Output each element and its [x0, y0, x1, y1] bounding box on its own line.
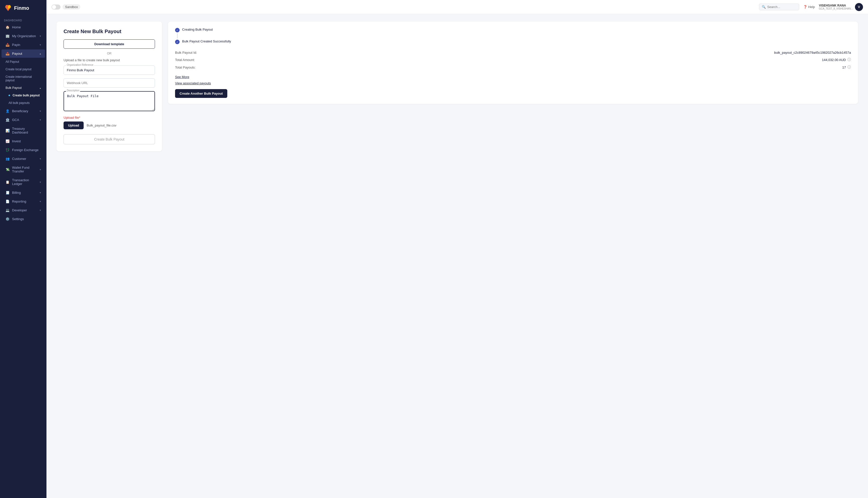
steps: ✓ Creating Bulk Payout ✓ Bulk Payout Cre… — [175, 28, 851, 44]
user-name: VISEHSANK RANA — [819, 4, 853, 7]
step-2: ✓ Bulk Payout Created Successfully — [175, 39, 851, 44]
sidebar-item-home[interactable]: 🏠 Home — [1, 23, 45, 31]
help-icon: ❓ — [803, 5, 807, 9]
upload-file-label: Upload file* — [64, 116, 155, 119]
total-amount-info-icon[interactable]: ⓘ — [847, 57, 851, 62]
chevron-icon: ▾ — [40, 209, 41, 212]
upload-button[interactable]: Upload — [64, 121, 83, 129]
organization-icon: 🏢 — [5, 34, 10, 38]
total-amount-val: 144,032.00 AUD ⓘ — [822, 57, 851, 62]
user-sub: GCA_TEST_8_VISHESHAN... — [819, 7, 853, 10]
sidebar-item-payout[interactable]: 📤 Payout ▴ — [1, 50, 45, 58]
sidebar-item-create-local-payout[interactable]: Create local payout — [1, 66, 45, 73]
sandbox-label: Sandbox — [63, 4, 80, 10]
wallet-icon: 💸 — [5, 168, 10, 171]
search-bar[interactable]: 🔍 — [759, 3, 799, 10]
search-icon: 🔍 — [762, 5, 766, 9]
upload-row: Upload Bulk_payout_file.csv — [64, 121, 155, 129]
sidebar-item-developer[interactable]: 💻 Developer ▾ — [1, 206, 45, 214]
payout-icon: 📤 — [5, 52, 10, 55]
settings-icon: ⚙️ — [5, 217, 10, 221]
chevron-icon: ▾ — [40, 200, 41, 203]
sidebar-item-customer[interactable]: 👥 Customer ▾ — [1, 155, 45, 163]
beneficiary-icon: 👤 — [5, 109, 10, 113]
chevron-icon: ▴ — [40, 52, 41, 55]
org-reference-label: Organization Reference — [66, 64, 94, 66]
bulk-payout-id-row: Bulk Payout Id: bulk_payout_c2c89024679a… — [175, 49, 851, 56]
total-payouts-row: Total Payouts: 17 ⓘ — [175, 64, 851, 71]
step-2-icon: ✓ — [175, 40, 180, 44]
help-button[interactable]: ❓ Help — [803, 5, 815, 9]
gca-icon: 🏦 — [5, 118, 10, 122]
sidebar-item-create-bulk-payout[interactable]: Create bulk payout — [1, 92, 45, 99]
chevron-icon: ▾ — [40, 157, 41, 160]
active-dot — [9, 95, 10, 96]
toggle-switch[interactable] — [51, 4, 61, 10]
bulk-payout-details: Bulk Payout Id: bulk_payout_c2c89024679a… — [175, 49, 851, 71]
chevron-icon: ▾ — [40, 43, 41, 46]
or-divider: OR — [64, 52, 155, 55]
sidebar-item-my-organization[interactable]: 🏢 My Organization ▾ — [1, 32, 45, 40]
chevron-icon: ▴ — [40, 87, 41, 89]
sidebar-item-all-bulk-payouts[interactable]: All bulk payouts — [1, 100, 45, 106]
sidebar-item-settings[interactable]: ⚙️ Settings — [1, 215, 45, 223]
payin-icon: 📥 — [5, 43, 10, 47]
create-another-bulk-payout-button[interactable]: Create Another Bulk Payout — [175, 89, 227, 98]
sandbox-toggle[interactable]: Sandbox — [51, 4, 80, 10]
sidebar-item-beneficiary[interactable]: 👤 Beneficiary ▾ — [1, 107, 45, 115]
logo-text: Finmo — [14, 5, 29, 11]
ledger-icon: 📋 — [5, 180, 10, 184]
developer-icon: 💻 — [5, 208, 10, 212]
description-label: Description — [66, 89, 80, 92]
treasury-icon: 📊 — [5, 129, 10, 132]
sidebar-item-reporting[interactable]: 📄 Reporting ▾ — [1, 197, 45, 206]
total-amount-key: Total Amount: — [175, 58, 195, 62]
sidebar-item-transaction-ledger[interactable]: 📋 Transaction Ledger ▾ — [1, 176, 45, 188]
user-info[interactable]: VISEHSANK RANA GCA_TEST_8_VISHESHAN... V — [819, 3, 863, 11]
file-name: Bulk_payout_file.csv — [87, 123, 117, 127]
create-bulk-payout-button[interactable]: Create Bulk Payout — [64, 134, 155, 144]
billing-icon: 🧾 — [5, 191, 10, 195]
sidebar-item-bulk-payout[interactable]: Bulk Payout ▴ — [1, 84, 45, 91]
webhook-url-field — [64, 78, 155, 88]
org-reference-field: Organization Reference — [64, 66, 155, 75]
logo[interactable]: Finmo — [0, 0, 47, 16]
chevron-icon: ▾ — [40, 191, 41, 194]
total-payouts-info-icon[interactable]: ⓘ — [847, 65, 851, 69]
bulk-payout-id-key: Bulk Payout Id: — [175, 51, 197, 54]
home-icon: 🏠 — [5, 25, 10, 29]
form-title: Create New Bulk Payout — [64, 29, 155, 35]
see-more-link[interactable]: See More — [175, 75, 851, 79]
sidebar-item-invest[interactable]: 📈 Invest — [1, 137, 45, 145]
view-associated-payouts-link[interactable]: View associated payouts — [175, 81, 851, 85]
sidebar-item-wallet-fund-transfer[interactable]: 💸 Wallet Fund Transfer ▾ — [1, 163, 45, 175]
org-reference-input[interactable] — [64, 66, 155, 75]
customer-icon: 👥 — [5, 157, 10, 161]
sidebar-item-billing[interactable]: 🧾 Billing ▾ — [1, 188, 45, 197]
upload-description: Upload a file to create new bulk payout — [64, 58, 155, 62]
header: Sandbox 🔍 ❓ Help VISEHSANK RANA GCA_TEST… — [47, 0, 868, 14]
avatar: V — [855, 3, 863, 11]
chevron-icon: ▾ — [40, 35, 41, 37]
webhook-url-input[interactable] — [64, 78, 155, 88]
sidebar-item-foreign-exchange[interactable]: 💱 Foreign Exchange — [1, 146, 45, 154]
sidebar: Finmo DASHBOARD 🏠 Home 🏢 My Organization… — [0, 0, 47, 498]
reporting-icon: 📄 — [5, 199, 10, 203]
sidebar-item-gca[interactable]: 🏦 GCA ▾ — [1, 116, 45, 124]
main-wrapper: Sandbox 🔍 ❓ Help VISEHSANK RANA GCA_TEST… — [47, 0, 868, 498]
invest-icon: 📈 — [5, 139, 10, 143]
description-textarea[interactable]: Bulk Payout File — [64, 91, 155, 111]
bulk-payout-id-val: bulk_payout_c2c89024679a45c1982027a26cb1… — [774, 51, 851, 54]
search-input[interactable] — [767, 5, 792, 9]
sidebar-item-payin[interactable]: 📥 Payin ▾ — [1, 41, 45, 49]
chevron-icon: ▾ — [40, 118, 41, 121]
status-panel: ✓ Creating Bulk Payout ✓ Bulk Payout Cre… — [168, 22, 858, 104]
sidebar-item-all-payout[interactable]: All Payout — [1, 58, 45, 65]
step-connector — [177, 34, 178, 38]
step-1: ✓ Creating Bulk Payout — [175, 28, 851, 32]
sidebar-item-create-international-payout[interactable]: Create international payout — [1, 73, 45, 84]
chevron-icon: ▾ — [40, 168, 41, 171]
chevron-icon: ▾ — [40, 181, 41, 183]
download-template-button[interactable]: Download template — [64, 39, 155, 49]
sidebar-item-treasury-dashboard[interactable]: 📊 Treasury Dashboard — [1, 124, 45, 136]
